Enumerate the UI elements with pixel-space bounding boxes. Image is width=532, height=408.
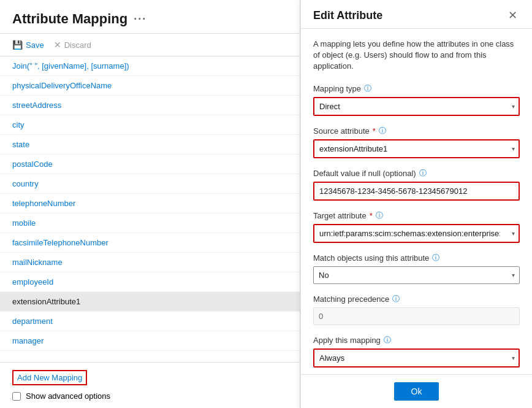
list-item[interactable]: employeeId xyxy=(0,272,300,292)
right-panel: Edit Attribute ✕ A mapping lets you defi… xyxy=(300,0,532,408)
left-panel: Attribute Mapping ··· 💾 Save ✕ Discard J… xyxy=(0,0,300,408)
list-item[interactable]: state xyxy=(0,135,300,155)
apply-mapping-info-icon[interactable]: ⓘ xyxy=(384,335,391,345)
list-item[interactable]: postalCode xyxy=(0,155,300,174)
close-button[interactable]: ✕ xyxy=(506,9,520,22)
list-item[interactable]: mailNickname xyxy=(0,253,300,272)
default-value-input[interactable] xyxy=(313,182,520,201)
list-item[interactable]: physicalDeliveryOfficeName xyxy=(0,76,300,96)
save-button[interactable]: 💾 Save xyxy=(12,39,44,51)
more-options-icon[interactable]: ··· xyxy=(134,13,146,26)
ok-button[interactable]: Ok xyxy=(394,382,439,401)
discard-button[interactable]: ✕ Discard xyxy=(54,39,91,51)
discard-icon: ✕ xyxy=(54,40,61,50)
source-attribute-info-icon[interactable]: ⓘ xyxy=(379,126,386,136)
show-advanced-label: Show advanced options xyxy=(26,391,110,401)
matching-precedence-group: Matching precedence ⓘ 0 xyxy=(313,294,520,325)
toolbar: 💾 Save ✕ Discard xyxy=(0,34,300,56)
show-advanced-checkbox[interactable] xyxy=(12,392,21,401)
mapping-type-label: Mapping type ⓘ xyxy=(313,83,520,94)
target-attribute-required: * xyxy=(370,211,373,220)
right-header: Edit Attribute ✕ xyxy=(301,0,532,29)
left-header: Attribute Mapping ··· xyxy=(0,0,300,34)
mapping-type-select[interactable]: Direct Expression Constant xyxy=(313,97,520,116)
list-item[interactable]: department xyxy=(0,312,300,331)
right-footer: Ok xyxy=(301,374,532,408)
source-attribute-label: Source attribute * ⓘ xyxy=(313,126,520,136)
edit-attribute-title: Edit Attribute xyxy=(313,9,382,22)
list-item[interactable]: country xyxy=(0,174,300,194)
apply-mapping-select-wrapper: Always Only during object creation ▾ xyxy=(313,348,520,368)
default-value-group: Default value if null (optional) ⓘ xyxy=(313,168,520,201)
mapping-type-select-wrapper: Direct Expression Constant ▾ xyxy=(313,97,520,116)
match-objects-select[interactable]: No Yes xyxy=(313,266,520,284)
add-new-mapping-button[interactable]: Add New Mapping xyxy=(12,370,87,385)
matching-precedence-label: Matching precedence ⓘ xyxy=(313,294,520,304)
save-icon: 💾 xyxy=(12,40,23,50)
source-attribute-group: Source attribute * ⓘ extensionAttribute1… xyxy=(313,126,520,158)
right-body: A mapping lets you define how the attrib… xyxy=(301,29,532,374)
list-item[interactable]: facsimileTelephoneNumber xyxy=(0,233,300,253)
source-attribute-select[interactable]: extensionAttribute1 xyxy=(313,139,520,158)
mapping-type-group: Mapping type ⓘ Direct Expression Constan… xyxy=(313,83,520,116)
list-item[interactable]: city xyxy=(0,115,300,135)
matching-precedence-info-icon[interactable]: ⓘ xyxy=(392,294,400,304)
target-attribute-info-icon[interactable]: ⓘ xyxy=(376,210,383,221)
page-title: Attribute Mapping ··· xyxy=(12,11,287,27)
list-item[interactable]: Join(" ", [givenName], [surname]) xyxy=(0,56,300,76)
attribute-mapping-title: Attribute Mapping xyxy=(12,11,127,27)
source-attribute-select-wrapper: extensionAttribute1 ▾ xyxy=(313,139,520,158)
description-text: A mapping lets you define how the attrib… xyxy=(313,39,520,72)
apply-mapping-select[interactable]: Always Only during object creation xyxy=(313,348,520,368)
list-item[interactable]: manager xyxy=(0,331,300,351)
list-item[interactable]: streetAddress xyxy=(0,96,300,115)
match-objects-info-icon[interactable]: ⓘ xyxy=(432,253,439,263)
source-attribute-required: * xyxy=(373,126,376,136)
target-attribute-group: Target attribute * ⓘ urn:ietf:params:sci… xyxy=(313,210,520,243)
list-item[interactable]: mobile xyxy=(0,214,300,233)
apply-mapping-group: Apply this mapping ⓘ Always Only during … xyxy=(313,335,520,368)
list-item[interactable]: telephoneNumber xyxy=(0,194,300,214)
match-objects-select-wrapper: No Yes ▾ xyxy=(313,266,520,284)
target-attribute-select[interactable]: urn:ietf:params:scim:schemas:extension:e… xyxy=(313,224,520,243)
show-advanced-row: Show advanced options xyxy=(12,391,287,401)
default-value-label: Default value if null (optional) ⓘ xyxy=(313,168,520,179)
target-attribute-select-wrapper: urn:ietf:params:scim:schemas:extension:e… xyxy=(313,224,520,243)
matching-precedence-value: 0 xyxy=(313,307,520,325)
list-item[interactable]: extensionAttribute1 xyxy=(0,292,300,312)
mapping-list: Join(" ", [givenName], [surname])physica… xyxy=(0,56,300,362)
match-objects-label: Match objects using this attribute ⓘ xyxy=(313,253,520,263)
apply-mapping-label: Apply this mapping ⓘ xyxy=(313,335,520,345)
left-footer: Add New Mapping Show advanced options xyxy=(0,362,300,408)
mapping-type-info-icon[interactable]: ⓘ xyxy=(364,83,371,94)
target-attribute-label: Target attribute * ⓘ xyxy=(313,210,520,221)
default-value-info-icon[interactable]: ⓘ xyxy=(419,168,427,179)
match-objects-group: Match objects using this attribute ⓘ No … xyxy=(313,253,520,284)
